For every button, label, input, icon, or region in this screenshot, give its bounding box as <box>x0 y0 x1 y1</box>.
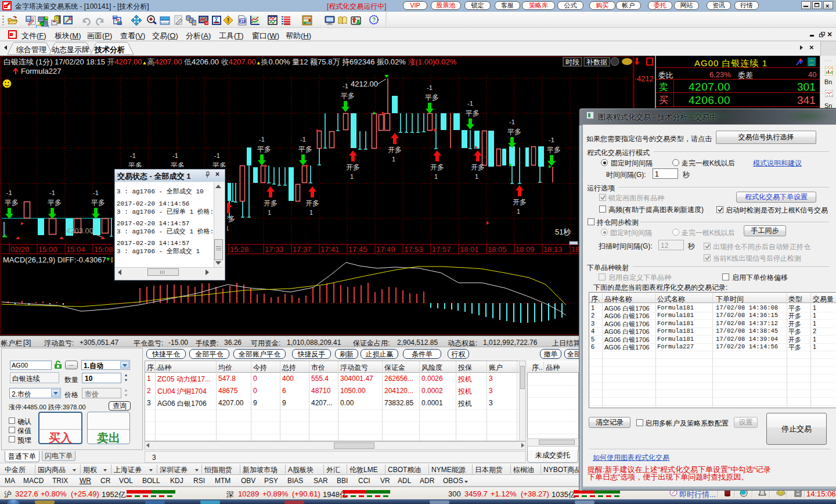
svg-text:开多: 开多 <box>346 163 360 171</box>
svg-text:平多: 平多 <box>48 199 62 207</box>
svg-text:1: 1 <box>309 209 313 216</box>
svg-text:平多: 平多 <box>507 128 521 136</box>
svg-text:开多: 开多 <box>264 199 278 207</box>
svg-text:-1: -1 <box>130 152 136 159</box>
svg-text:1: 1 <box>268 209 271 216</box>
svg-text:-1: -1 <box>549 136 554 143</box>
svg-text:-1: -1 <box>6 189 12 196</box>
svg-text:1: 1 <box>517 208 520 215</box>
svg-text:1: 1 <box>350 173 354 180</box>
svg-text:时段: 时段 <box>565 58 579 66</box>
svg-text:4203.00: 4203.00 <box>66 226 93 235</box>
svg-text:平多: 平多 <box>425 93 439 102</box>
svg-text:-1: -1 <box>93 189 99 196</box>
svg-text:动态显示牌: 动态显示牌 <box>52 45 89 54</box>
svg-text:开多: 开多 <box>430 163 444 171</box>
svg-text:17:57: 17:57 <box>432 245 451 254</box>
svg-text:平多: 平多 <box>547 146 561 154</box>
svg-text:平多: 平多 <box>466 109 480 117</box>
svg-text:1: 1 <box>434 173 438 180</box>
svg-text:17:53: 17:53 <box>404 245 423 254</box>
svg-text:1: 1 <box>475 173 478 180</box>
svg-text:1: 1 <box>392 156 395 163</box>
svg-text:51秒: 51秒 <box>555 228 571 236</box>
svg-text:18:13: 18:13 <box>543 245 563 254</box>
svg-text:-1: -1 <box>49 189 55 196</box>
svg-text:4212.00: 4212.00 <box>351 80 378 88</box>
svg-text:F10: F10 <box>239 19 246 23</box>
svg-text:Formula227: Formula227 <box>21 67 61 75</box>
svg-text:17:41: 17:41 <box>320 245 340 254</box>
svg-text:17:37: 17:37 <box>293 245 312 254</box>
svg-text:白银连续 (1分) 17/02/20 18:15 开4207: 白银连续 (1分) 17/02/20 18:15 开4207.00▲高4207.… <box>3 57 457 66</box>
svg-text:-1: -1 <box>300 136 306 143</box>
svg-text:18:09: 18:09 <box>516 245 535 254</box>
svg-text:15:00: 15:00 <box>38 245 57 254</box>
svg-text:平多: 平多 <box>91 199 105 207</box>
svg-text:开多: 开多 <box>513 198 527 206</box>
svg-text:4212: 4212 <box>637 74 654 83</box>
svg-text:技术分析: 技术分析 <box>94 45 125 54</box>
svg-text:-1: -1 <box>343 82 348 89</box>
svg-text:17:49: 17:49 <box>376 245 395 254</box>
svg-text:17:45: 17:45 <box>348 245 367 254</box>
svg-text:17:33: 17:33 <box>265 245 284 254</box>
svg-text:-1: -1 <box>427 84 433 91</box>
svg-text:MACD(26,12,9) DIFF:-0.43067: MACD(26,12,9) DIFF:-0.43067 <box>3 255 106 264</box>
svg-text:平多: 平多 <box>341 92 355 100</box>
svg-text:平多: 平多 <box>298 145 312 153</box>
svg-text:15:28: 15:28 <box>230 245 249 254</box>
svg-text:平多: 平多 <box>257 145 271 153</box>
svg-text:15:04: 15:04 <box>66 245 85 254</box>
svg-text:开多: 开多 <box>305 199 319 207</box>
svg-text:-1: -1 <box>467 100 473 107</box>
svg-text:!: ! <box>227 17 229 24</box>
svg-text:-1: -1 <box>259 136 265 143</box>
svg-text:18:01: 18:01 <box>460 245 479 254</box>
svg-text:补数据: 补数据 <box>586 58 607 66</box>
svg-text:18:05: 18:05 <box>488 245 507 254</box>
svg-text:02/20: 02/20 <box>10 245 30 254</box>
svg-text:-1: -1 <box>509 118 515 125</box>
svg-text:-1: -1 <box>172 152 178 159</box>
svg-text:?: ? <box>372 17 376 23</box>
svg-text:开多: 开多 <box>388 146 402 154</box>
svg-text:15:08: 15:08 <box>94 245 113 254</box>
svg-text:-1: -1 <box>214 152 220 159</box>
svg-text:开多: 开多 <box>471 163 485 171</box>
svg-text:综合管理: 综合管理 <box>16 45 46 54</box>
svg-text:平多: 平多 <box>5 199 19 207</box>
